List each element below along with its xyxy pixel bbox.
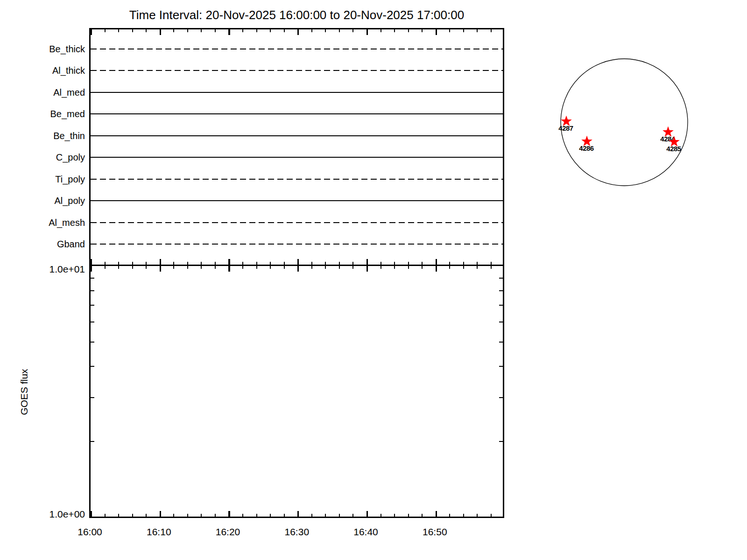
filter-timeline-panel: [89, 28, 504, 266]
log-minor-tick-7-left: [91, 305, 94, 306]
plot-title: Time Interval: 20-Nov-2025 16:00:00 to 2…: [89, 8, 504, 22]
log-minor-tick-8-left: [91, 290, 94, 291]
goes-flux-axis-label: GOES flux: [17, 359, 31, 425]
log-minor-tick-3-left: [91, 397, 94, 398]
filter-label-Al_poly: Al_poly: [0, 195, 85, 206]
filter-line-Be_med: [91, 113, 503, 114]
filter-line-Be_thick: [91, 49, 503, 49]
filter-line-Al_mesh: [91, 222, 503, 223]
log-minor-tick-4-right: [499, 366, 503, 367]
time-axis-label-16:10: 16:10: [136, 526, 181, 538]
active-regions-group: 4287428642844285: [558, 116, 681, 153]
active-region-label-4286: 4286: [579, 144, 594, 152]
time-axis-label-16:20: 16:20: [205, 526, 250, 538]
solar-limb-circle: [561, 59, 688, 186]
goes-ytick-top: 1.0e+01: [0, 264, 85, 275]
time-axis-label-16:00: 16:00: [68, 526, 113, 538]
plot-canvas: Time Interval: 20-Nov-2025 16:00:00 to 2…: [0, 0, 747, 560]
log-minor-tick-4-left: [91, 366, 94, 367]
filter-line-Be_thin: [91, 135, 503, 136]
filter-label-Ti_poly: Ti_poly: [0, 174, 85, 185]
goes-ytick-bottom: 1.0e+00: [0, 509, 85, 520]
filter-line-Al_med: [91, 92, 503, 93]
log-minor-tick-6-left: [91, 322, 94, 322]
filter-label-Al_mesh: Al_mesh: [0, 217, 85, 228]
filter-label-Be_thin: Be_thin: [0, 130, 85, 141]
filter-line-Ti_poly: [91, 179, 503, 180]
time-axis-major-ticks-bottom: [91, 259, 503, 265]
log-minor-tick-3-right: [499, 397, 503, 398]
filter-line-Al_poly: [91, 200, 503, 201]
goes-time-minor-ticks-bottom: [91, 514, 503, 517]
filter-label-Al_med: Al_med: [0, 87, 85, 98]
filter-label-Be_thick: Be_thick: [0, 43, 85, 55]
goes-flux-panel: [89, 265, 504, 518]
log-minor-tick-8-right: [499, 290, 503, 291]
time-axis-minor-ticks-top: [91, 29, 503, 32]
log-minor-tick-7-right: [499, 305, 503, 306]
filter-label-Be_med: Be_med: [0, 108, 85, 119]
log-minor-tick-2-right: [499, 441, 503, 442]
solar-disk: 4287428642844285: [514, 37, 747, 224]
filter-label-Gband: Gband: [0, 238, 85, 250]
log-minor-tick-9-right: [499, 278, 503, 279]
log-minor-tick-6-right: [499, 322, 503, 322]
time-axis-label-16:30: 16:30: [275, 526, 319, 538]
filter-label-C_poly: C_poly: [0, 152, 85, 163]
active-region-label-4287: 4287: [558, 124, 573, 132]
goes-time-major-ticks-top: [91, 266, 503, 272]
time-axis-label-16:50: 16:50: [412, 526, 457, 538]
filter-label-Al_thick: Al_thick: [0, 65, 85, 76]
goes-time-minor-ticks-top: [91, 266, 503, 269]
time-axis-major-ticks-top: [91, 29, 503, 35]
goes-time-major-ticks-bottom: [91, 511, 503, 517]
filter-line-Al_thick: [91, 70, 503, 71]
log-minor-tick-5-left: [91, 342, 94, 343]
active-region-label-4285: 4285: [666, 145, 681, 153]
log-minor-tick-2-left: [91, 441, 94, 442]
log-minor-tick-5-right: [499, 342, 503, 343]
filter-line-C_poly: [91, 157, 503, 158]
time-axis-label-16:40: 16:40: [344, 526, 388, 538]
log-minor-tick-9-left: [91, 278, 94, 279]
filter-line-Gband: [91, 244, 503, 245]
